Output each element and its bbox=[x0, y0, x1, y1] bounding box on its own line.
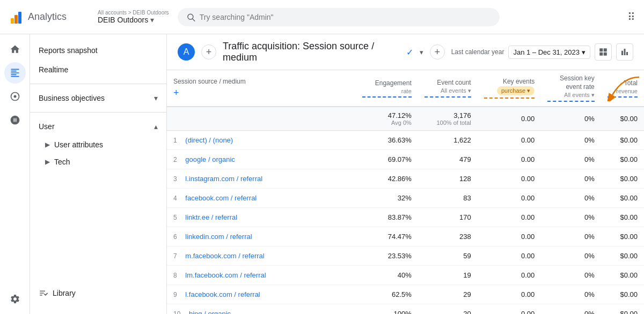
cell-engagement: 40% bbox=[356, 266, 418, 285]
cell-source: 2 google / organic bbox=[167, 150, 356, 169]
add-report-button[interactable]: + bbox=[430, 44, 445, 59]
nav-explore-button[interactable] bbox=[4, 86, 26, 107]
sidebar-item-realtime[interactable]: Realtime bbox=[30, 60, 166, 79]
cell-engagement: 74.47% bbox=[356, 227, 418, 246]
table-row: 9 l.facebook.com / referral 62.5% 29 0.0… bbox=[167, 285, 644, 304]
source-link[interactable]: l.instagram.com / referral bbox=[185, 175, 262, 183]
search-bar[interactable] bbox=[178, 8, 500, 26]
cell-key-events: 0.00 bbox=[478, 208, 541, 227]
cell-engagement: 62.5% bbox=[356, 285, 418, 304]
source-link[interactable]: m.facebook.com / referral bbox=[185, 252, 264, 260]
library-icon bbox=[39, 288, 48, 298]
summary-cell-engagement: 47.12% Avg 0% bbox=[356, 107, 418, 131]
chart-view-button[interactable] bbox=[616, 43, 633, 61]
svg-point-6 bbox=[13, 95, 16, 98]
app-layout: Reports snapshot Realtime Business objec… bbox=[0, 34, 644, 314]
cell-revenue: $0.00 bbox=[601, 285, 644, 304]
date-range-chevron-icon: ▾ bbox=[582, 48, 586, 56]
logo-area: Analytics bbox=[9, 10, 89, 25]
sidebar-item-user-attributes[interactable]: ▶ User attributes bbox=[30, 136, 166, 153]
source-link[interactable]: google / organic bbox=[185, 155, 235, 163]
key-events-badge[interactable]: purchase ▾ bbox=[497, 86, 535, 95]
cell-key-events: 0.00 bbox=[478, 131, 541, 150]
cell-events: 83 bbox=[418, 189, 478, 208]
table-row: 1 (direct) / (none) 36.63% 1,622 0.00 0%… bbox=[167, 131, 644, 150]
add-column-button[interactable]: + bbox=[173, 87, 179, 99]
cell-source: 6 linkedin.com / referral bbox=[167, 227, 356, 246]
date-range-picker[interactable]: Jan 1 – Dec 31, 2023 ▾ bbox=[508, 46, 590, 59]
account-chevron-icon: ▾ bbox=[150, 16, 154, 24]
cell-session-rate: 0% bbox=[541, 131, 601, 150]
nav-advertising-button[interactable] bbox=[4, 109, 26, 131]
cell-events: 1,622 bbox=[418, 131, 478, 150]
nav-reports-button[interactable] bbox=[4, 62, 26, 84]
icon-sidebar bbox=[0, 34, 30, 314]
cell-revenue: $0.00 bbox=[601, 246, 644, 266]
cell-revenue: $0.00 bbox=[601, 208, 644, 227]
user-attributes-arrow-icon: ▶ bbox=[45, 141, 50, 148]
summary-cell-revenue: $0.00 bbox=[601, 107, 644, 131]
source-link[interactable]: lm.facebook.com / referral bbox=[185, 271, 266, 279]
table-row: 6 linkedin.com / referral 74.47% 238 0.0… bbox=[167, 227, 644, 246]
source-link[interactable]: l.facebook.com / referral bbox=[185, 290, 260, 298]
source-link[interactable]: (direct) / (none) bbox=[185, 136, 233, 144]
svg-rect-1 bbox=[14, 15, 18, 24]
source-link[interactable]: linktr.ee / referral bbox=[185, 213, 237, 221]
sidebar-section-user[interactable]: User ▴ bbox=[30, 117, 166, 136]
table-row: 8 lm.facebook.com / referral 40% 19 0.00… bbox=[167, 266, 644, 285]
topbar-right: ⠿ bbox=[627, 11, 635, 24]
cell-key-events: 0.00 bbox=[478, 189, 541, 208]
row-number: 8 bbox=[173, 272, 177, 279]
analytics-logo bbox=[9, 10, 24, 25]
account-path: All accounts > DEIB Outdoors bbox=[98, 10, 169, 16]
source-link[interactable]: linkedin.com / referral bbox=[185, 233, 252, 241]
table-row: 3 l.instagram.com / referral 42.86% 128 … bbox=[167, 169, 644, 189]
avatar: A bbox=[178, 43, 195, 61]
account-name[interactable]: DEIB Outdoors ▾ bbox=[98, 16, 169, 24]
col-header-session-source[interactable]: Session source / medium + bbox=[167, 70, 356, 107]
cell-engagement: 83.87% bbox=[356, 208, 418, 227]
cell-key-events: 0.00 bbox=[478, 266, 541, 285]
cell-session-rate: 0% bbox=[541, 246, 601, 266]
row-number: 7 bbox=[173, 252, 177, 260]
sidebar-item-tech[interactable]: ▶ Tech bbox=[30, 153, 166, 170]
cell-session-rate: 0% bbox=[541, 285, 601, 304]
event-count-filter[interactable]: All events ▾ bbox=[441, 87, 471, 94]
main-content: A + Traffic acquisition: Session source … bbox=[167, 34, 644, 314]
cell-engagement: 69.07% bbox=[356, 150, 418, 169]
cell-revenue: $0.00 bbox=[601, 131, 644, 150]
sidebar-item-library[interactable]: Library bbox=[30, 283, 166, 303]
source-link[interactable]: facebook.com / referral bbox=[185, 194, 257, 202]
apps-grid-icon[interactable]: ⠿ bbox=[627, 11, 635, 23]
row-number: 2 bbox=[173, 156, 177, 163]
row-number: 10 bbox=[173, 310, 180, 314]
report-title: Traffic acquisition: Session source / me… bbox=[223, 41, 400, 63]
app-title: Analytics bbox=[28, 11, 67, 23]
cell-source: 4 facebook.com / referral bbox=[167, 189, 356, 208]
nav-settings-button[interactable] bbox=[4, 288, 26, 310]
sidebar-item-reports-snapshot[interactable]: Reports snapshot bbox=[30, 41, 166, 60]
summary-cell-key-events: 0.00 bbox=[478, 107, 541, 131]
data-table-area: Session source / medium + Engagement rat… bbox=[167, 70, 644, 314]
source-link[interactable]: bing / organic bbox=[189, 310, 231, 314]
cell-source: 8 lm.facebook.com / referral bbox=[167, 266, 356, 285]
session-event-rate-filter[interactable]: All events ▾ bbox=[564, 92, 595, 99]
sidebar-item-business-objectives[interactable]: Business objectives ▾ bbox=[30, 88, 166, 108]
cell-revenue: $0.00 bbox=[601, 150, 644, 169]
nav-divider-1 bbox=[30, 84, 166, 84]
table-row: 10 bing / organic 100% 20 0.00 0% $0.00 bbox=[167, 304, 644, 315]
svg-rect-0 bbox=[11, 18, 14, 24]
search-input[interactable] bbox=[200, 13, 491, 21]
table-row: 4 facebook.com / referral 32% 83 0.00 0%… bbox=[167, 189, 644, 208]
table-row: 7 m.facebook.com / referral 23.53% 59 0.… bbox=[167, 246, 644, 266]
compare-view-button[interactable] bbox=[595, 43, 612, 61]
nav-home-button[interactable] bbox=[4, 39, 26, 60]
row-number: 9 bbox=[173, 291, 177, 298]
cell-session-rate: 0% bbox=[541, 208, 601, 227]
add-comparison-button[interactable]: + bbox=[201, 44, 216, 59]
cell-key-events: 0.00 bbox=[478, 285, 541, 304]
cell-session-rate: 0% bbox=[541, 304, 601, 315]
report-title-dropdown-icon[interactable]: ▾ bbox=[420, 48, 423, 56]
cell-engagement: 36.63% bbox=[356, 131, 418, 150]
search-icon bbox=[186, 12, 195, 22]
